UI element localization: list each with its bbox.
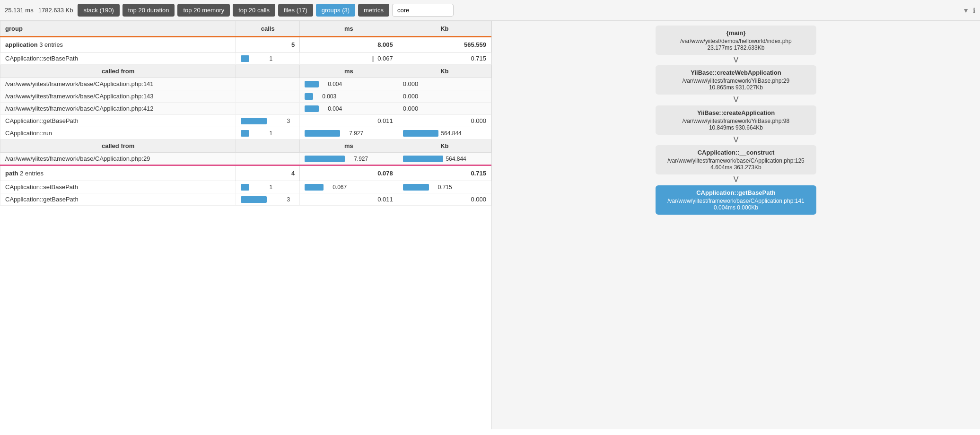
- col-header-kb: Kb: [398, 21, 491, 37]
- btn-top20duration[interactable]: top 20 duration: [122, 4, 175, 17]
- group-header-application: application 3 entries 5 8.005 565.559: [0, 37, 491, 52]
- kb-bar-crun: [403, 130, 438, 137]
- sub-kb-cell-crun-29: 564.844: [398, 153, 491, 165]
- group-ms-application: 8.005: [300, 37, 398, 52]
- sub-ms-bar-143: [305, 93, 313, 100]
- chain-path-getbasepath: /var/www/yiitest/framework/base/CApplica…: [662, 198, 810, 204]
- calls-bar-cell-getbasepath: 3: [236, 115, 300, 127]
- chain-stats-construct: 4.604ms 363.273Kb: [662, 164, 810, 171]
- calls-bar-cell-setbasepath-path: 1: [236, 181, 300, 193]
- chain-fn-getbasepath: CApplication::getBasePath: [662, 189, 810, 196]
- ms-bar-setbasepath-path: [305, 184, 324, 191]
- sub-entry-crun-29: /var/www/yiitest/framework/base/CApplica…: [0, 153, 491, 165]
- group-count-path: 2 entries: [20, 170, 44, 177]
- stat-ms: 25.131 ms: [5, 7, 34, 14]
- btn-files[interactable]: files (17): [278, 4, 313, 17]
- group-kb-application: 565.559: [398, 37, 491, 52]
- chain-stats-getbasepath: 0.004ms 0.000Kb: [662, 204, 810, 211]
- chain-path-construct: /var/www/yiitest/framework/base/CApplica…: [662, 157, 810, 164]
- btn-top20calls[interactable]: top 20 calls: [233, 4, 275, 17]
- sub-ms-cell-143: 0.003: [300, 90, 398, 103]
- kb-setbasepath: 0.715: [398, 52, 491, 65]
- filter-icon[interactable]: ▼: [962, 7, 969, 14]
- info-icon[interactable]: ℹ: [973, 7, 975, 14]
- group-calls-path: 4: [236, 165, 300, 181]
- chain-arrow-1: V: [734, 55, 739, 65]
- sub-path-crun-29: /var/www/yiitest/framework/base/CApplica…: [0, 153, 236, 165]
- group-kb-path: 0.715: [398, 165, 491, 181]
- sub-header-calledfrom-1: called from ms Kb: [0, 65, 491, 78]
- chain-node-main[interactable]: {main} /var/www/yiitest/demos/helloworld…: [656, 26, 816, 55]
- chain-path-main: /var/www/yiitest/demos/helloworld/index.…: [662, 38, 810, 44]
- stat-kb: 1782.633 Kb: [38, 7, 73, 14]
- group-count-application: 3 entries: [39, 41, 63, 48]
- sub-ms-cell-141: 0.004: [300, 78, 398, 90]
- entry-fn-setbasepath: CApplication::setBasePath: [0, 52, 236, 65]
- entry-fn-setbasepath-path: CApplication::setBasePath: [0, 181, 236, 193]
- group-header-path: path 2 entries 4 0.078 0.715: [0, 165, 491, 181]
- calls-bar-getbasepath: [241, 118, 267, 124]
- chain-path-createwebapp: /var/www/yiitest/framework/YiiBase.php:2…: [662, 78, 810, 84]
- kb-cell-crun: 564.844: [398, 127, 491, 139]
- sub-ms-bar-crun-29: [305, 156, 345, 162]
- sub-entry-143: /var/www/yiitest/framework/base/CApplica…: [0, 90, 491, 103]
- col-header-group: group: [0, 21, 236, 37]
- sub-header-calledfrom-run: called from ms Kb: [0, 139, 491, 153]
- entry-setbasepath-path: CApplication::setBasePath 1 0.067: [0, 181, 491, 193]
- chain-node-construct[interactable]: CApplication::__construct /var/www/yiite…: [656, 145, 816, 174]
- right-panel: {main} /var/www/yiitest/demos/helloworld…: [492, 21, 980, 429]
- chain-node-createapp[interactable]: YiiBase::createApplication /var/www/yiit…: [656, 105, 816, 135]
- entry-getbasepath-app: CApplication::getBasePath 3 0.011 0.000: [0, 115, 491, 127]
- entry-setbasepath: CApplication::setBasePath 1 0.067 0.715: [0, 52, 491, 65]
- sub-kb-141: 0.000: [398, 78, 491, 90]
- calls-bar-setbasepath-path: [241, 184, 249, 191]
- call-chain: {main} /var/www/yiitest/demos/helloworld…: [499, 26, 973, 215]
- entry-fn-getbasepath-path: CApplication::getBasePath: [0, 193, 236, 206]
- table-header-row: group calls ms Kb: [0, 21, 491, 37]
- chain-node-createwebapp[interactable]: YiiBase::createWebApplication /var/www/y…: [656, 65, 816, 95]
- search-input[interactable]: [392, 4, 454, 17]
- sub-kb-bar-crun-29: [403, 156, 443, 162]
- left-panel: group calls ms Kb application 3 entries …: [0, 21, 492, 429]
- ms-cell-crun: 7.927: [300, 127, 398, 139]
- calls-bar-setbasepath: [241, 55, 249, 62]
- chain-arrow-2: V: [734, 95, 739, 105]
- btn-top20memory[interactable]: top 20 memory: [177, 4, 230, 17]
- group-name-application: application: [5, 41, 38, 48]
- entry-fn-crun: CApplication::run: [0, 127, 236, 139]
- sub-kb-412: 0.000: [398, 103, 491, 115]
- chain-fn-createwebapp: YiiBase::createWebApplication: [662, 69, 810, 76]
- sub-ms-cell-412: 0.004: [300, 103, 398, 115]
- main-layout: group calls ms Kb application 3 entries …: [0, 21, 980, 429]
- col-header-ms: ms: [300, 21, 398, 37]
- calls-bar-crun: [241, 130, 249, 137]
- ms-cell-setbasepath-path: 0.067: [300, 181, 398, 193]
- entry-fn-getbasepath-app: CApplication::getBasePath: [0, 115, 236, 127]
- btn-groups[interactable]: groups (3): [316, 4, 355, 17]
- ms-setbasepath: 0.067: [300, 52, 398, 65]
- ms-tiny-bar: [372, 56, 374, 62]
- toolbar: 25.131 ms 1782.633 Kb stack (190) top 20…: [0, 0, 980, 21]
- calls-bar-cell-getbasepath-path: 3: [236, 193, 300, 206]
- btn-stack[interactable]: stack (190): [78, 4, 119, 17]
- sub-kb-143: 0.000: [398, 90, 491, 103]
- chain-node-getbasepath[interactable]: CApplication::getBasePath /var/www/yiite…: [656, 185, 816, 215]
- chain-fn-main: {main}: [662, 29, 810, 36]
- entry-getbasepath-path: CApplication::getBasePath 3 0.011 0.000: [0, 193, 491, 206]
- ms-getbasepath-path: 0.011: [300, 193, 398, 206]
- chain-stats-createapp: 10.849ms 930.664Kb: [662, 124, 810, 131]
- entry-crun: CApplication::run 1 7.927: [0, 127, 491, 139]
- calls-bar-cell-crun: 1: [236, 127, 300, 139]
- sub-path-143: /var/www/yiitest/framework/base/CApplica…: [0, 90, 236, 103]
- btn-metrics[interactable]: metrics: [358, 4, 389, 17]
- sub-entry-412: /var/www/yiitest/framework/base/CApplica…: [0, 103, 491, 115]
- calls-val-setbasepath: 1: [251, 55, 272, 62]
- col-header-calls: calls: [236, 21, 300, 37]
- sub-ms-bar-141: [305, 81, 319, 87]
- calls-bar-cell-setbasepath: 1: [236, 52, 300, 65]
- chain-arrow-3: V: [734, 135, 739, 145]
- kb-cell-setbasepath-path: 0.715: [398, 181, 491, 193]
- chain-fn-construct: CApplication::__construct: [662, 149, 810, 156]
- ms-bar-crun: [305, 130, 340, 137]
- ms-getbasepath-app: 0.011: [300, 115, 398, 127]
